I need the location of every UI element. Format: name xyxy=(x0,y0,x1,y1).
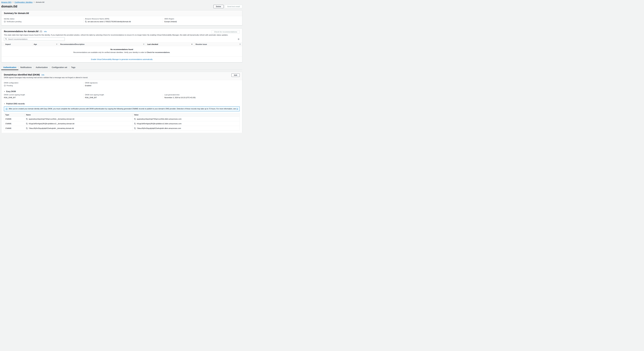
dns-type-cell: CNAME xyxy=(4,117,25,121)
aws-region-field: AWS Region Europe (Ireland) xyxy=(163,18,242,23)
check-for-recommendations-button[interactable]: Check for recommendations xyxy=(212,30,240,34)
tab-authentication[interactable]: Authentication xyxy=(1,66,18,70)
dkim-info-link[interactable]: Info xyxy=(42,74,44,76)
publish-dns-records-section-label: Publish DNS records xyxy=(6,103,25,105)
tab-notifications[interactable]: Notifications xyxy=(18,66,34,70)
dkim-next-signing-length-value: RSA_2048_BIT xyxy=(85,96,160,98)
summary-fields: Identity status Verification pending Ama… xyxy=(2,16,242,25)
delete-button[interactable]: Delete xyxy=(214,5,224,8)
copy-icon[interactable] xyxy=(26,118,28,120)
recommendations-table-header: Impact Age▽ Recommendation/Description▽ … xyxy=(2,42,242,46)
dkim-next-signing-length-field: DKIM next signing length RSA_2048_BIT xyxy=(83,94,163,99)
recommendations-info-link[interactable]: Info xyxy=(44,30,47,32)
identity-status-label: Identity status xyxy=(4,18,81,20)
filter-icon[interactable]: ▽ xyxy=(143,44,144,45)
breadcrumb: Amazon SES > Configuration: Identities >… xyxy=(1,1,242,3)
last-generated-time-value: November 3, 2024 at 16:10 (UTC+01:00) xyxy=(164,96,240,98)
dkim-title-wrap: DomainKeys Identified Mail (DKIM) Info D… xyxy=(4,74,88,78)
dkim-title: DomainKeys Identified Mail (DKIM) xyxy=(4,74,40,76)
edit-button[interactable]: Edit xyxy=(232,74,240,77)
dns-name-cell: 7diauz3fy5n2hpyqfydp622a4ssjiobh._domain… xyxy=(25,126,133,130)
empty-state: No recommendations found Recommendations… xyxy=(2,46,242,55)
dns-alert-text: After you've created your domain identit… xyxy=(9,108,238,110)
breadcrumb-current: domain.tld xyxy=(36,1,44,3)
dkim-configuration-value: Pending xyxy=(4,85,81,86)
breadcrumb-amazon-ses[interactable]: Amazon SES xyxy=(1,1,11,3)
dkim-current-signing-length-label: DKIM current signing length xyxy=(4,94,81,96)
dns-name-cell: h5xge3ef5m4geia2fh2jfrcqhdbbncn2._domain… xyxy=(25,121,133,126)
arn-text: arn:aws:ses:eu-west-1:705321791943:ident… xyxy=(88,21,131,22)
column-header-recommendation[interactable]: Recommendation/Description▽ xyxy=(59,42,146,46)
search-input[interactable] xyxy=(4,37,65,41)
column-header-age[interactable]: Age▽ xyxy=(32,42,59,46)
dkim-configuration-label: DKIM configuration xyxy=(4,82,81,84)
column-header-resolve-issue[interactable]: Resolve issue▽ xyxy=(194,42,242,46)
breadcrumb-configuration-identities[interactable]: Configuration: Identities xyxy=(14,1,32,3)
empty-state-title: No recommendations found xyxy=(2,48,242,50)
tab-configuration-set[interactable]: Configuration set xyxy=(50,66,69,70)
sort-icon[interactable]: ▼ xyxy=(191,44,192,45)
last-generated-time-label: Last generated time xyxy=(164,94,240,96)
identity-status-value: Verification pending xyxy=(4,21,81,22)
dns-value-cell: 7diauz3fy5n2hpyqfydp622a4ssjiobh.dkim.am… xyxy=(133,126,240,130)
dns-column-type: Type xyxy=(4,113,25,116)
tab-tags[interactable]: Tags xyxy=(69,66,77,70)
dns-table-header: Type Name Value xyxy=(4,113,240,117)
easy-dkim-section-label: Easy DKIM xyxy=(6,90,16,92)
recommendations-description: This static table lists high-impact issu… xyxy=(4,34,240,36)
copy-icon[interactable] xyxy=(85,21,87,22)
table-row: CNAME h5xge3ef5m4geia2fh2jfrcqhdbbncn2._… xyxy=(4,121,240,126)
search-icon xyxy=(5,38,7,40)
copy-icon[interactable] xyxy=(134,118,136,120)
filter-icon[interactable]: ▽ xyxy=(240,44,240,45)
empty-state-description: Recommendations are available only for v… xyxy=(2,52,242,53)
send-test-email-button[interactable]: Send test email xyxy=(225,5,242,8)
dkim-next-signing-length-label: DKIM next signing length xyxy=(85,94,160,96)
tab-bar: Authentication Notifications Authorizati… xyxy=(1,66,242,70)
copy-icon[interactable] xyxy=(134,123,136,124)
publish-dns-records-section-toggle[interactable]: ▼ Publish DNS records xyxy=(2,100,242,105)
dns-info-alert: After you've created your domain identit… xyxy=(4,106,240,111)
dkim-configuration-field: DKIM configuration Pending xyxy=(2,82,83,87)
easy-dkim-section-toggle[interactable]: ▼ Easy DKIM xyxy=(2,88,242,92)
easy-dkim-fields: DKIM current signing length RSA_2048_BIT… xyxy=(2,92,242,100)
copy-icon[interactable] xyxy=(134,127,136,129)
dkim-signatures-value: Enabled xyxy=(85,85,160,86)
pending-clock-icon xyxy=(4,21,6,22)
dkim-card-header: DomainKeys Identified Mail (DKIM) Info D… xyxy=(2,72,242,80)
dns-records-table: Type Name Value CNAME qupizwbxymbqctmip2… xyxy=(4,113,240,130)
recommendations-title-wrap: Recommendations for domain.tld (0) Info xyxy=(4,30,47,32)
enable-vdm-link[interactable]: Enable Virtual Deliverability Manager to… xyxy=(91,58,153,60)
filter-icon[interactable]: ▽ xyxy=(56,44,57,45)
recommendations-header: Recommendations for domain.tld (0) Info … xyxy=(2,28,242,34)
tab-authorization[interactable]: Authorization xyxy=(34,66,50,70)
dns-value-cell: qupizwbxymbqctmip27k5qrrcunr6tvk.dkim.am… xyxy=(133,117,240,121)
column-header-last-checked[interactable]: Last checked▼ xyxy=(146,42,194,46)
dkim-configuration-text: Pending xyxy=(6,85,13,86)
copy-icon[interactable] xyxy=(26,127,28,129)
identity-status-text: Verification pending xyxy=(6,21,22,22)
copy-icon[interactable] xyxy=(26,123,28,124)
recommendations-footer: Enable Virtual Deliverability Manager to… xyxy=(2,56,242,62)
dkim-signatures-label: DKIM signatures xyxy=(85,82,160,84)
caret-down-icon: ▼ xyxy=(4,103,5,104)
dkim-card: DomainKeys Identified Mail (DKIM) Info D… xyxy=(1,72,242,133)
dns-type-cell: CNAME xyxy=(4,121,25,126)
column-header-impact: Impact xyxy=(2,42,32,46)
download-csv-link[interactable]: Download .csv record set xyxy=(4,132,240,133)
dns-column-value: Value xyxy=(133,113,240,116)
verifying-domain-identity-link[interactable]: Verifying a domain identity with DKIM xyxy=(236,108,238,110)
recommendations-toolbar xyxy=(4,37,240,41)
dkim-signatures-field: DKIM signatures Enabled xyxy=(83,82,163,87)
summary-card-header: Summary for domain.tld xyxy=(2,10,242,16)
spacer xyxy=(163,82,242,87)
settings-gear-icon[interactable] xyxy=(238,38,240,40)
aws-region-text: Europe (Ireland) xyxy=(164,21,177,22)
dkim-current-signing-length-field: DKIM current signing length RSA_2048_BIT xyxy=(2,94,83,99)
aws-region-value: Europe (Ireland) xyxy=(164,21,240,22)
summary-card: Summary for domain.tld Identity status V… xyxy=(1,10,242,26)
arn-label: Amazon Resource Name (ARN) xyxy=(85,18,160,20)
page-actions: Delete Send test email xyxy=(214,5,242,8)
summary-title: Summary for domain.tld xyxy=(4,12,29,14)
dns-value-cell: h5xge3ef5m4geia2fh2jfrcqhdbbncn2.dkim.am… xyxy=(133,121,240,126)
